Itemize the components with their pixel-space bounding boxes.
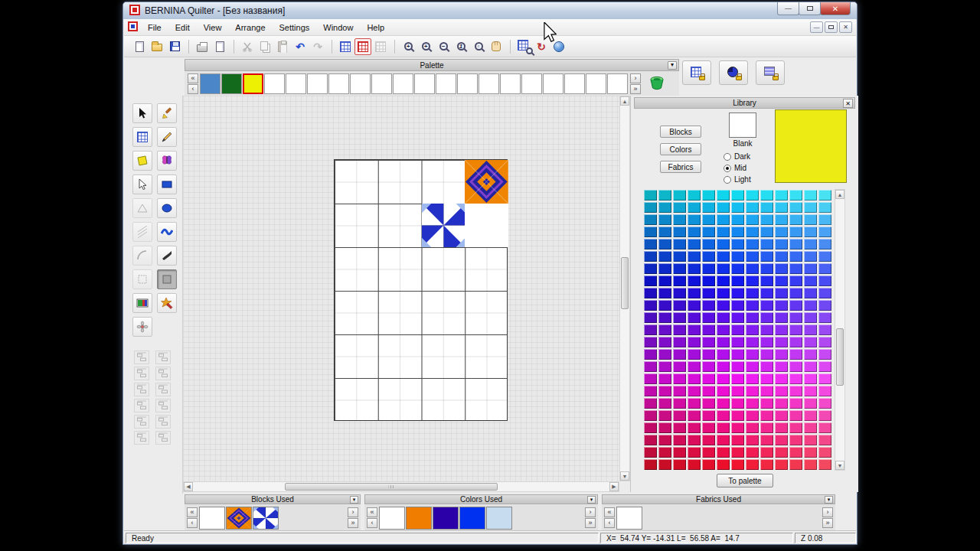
library-color-cell[interactable] [644, 300, 657, 311]
library-color-cell[interactable] [658, 373, 671, 384]
library-header[interactable]: Library ✕ [634, 97, 855, 109]
library-color-cell[interactable] [760, 337, 773, 347]
library-color-cell[interactable] [731, 398, 744, 409]
library-color-cell[interactable] [731, 373, 744, 384]
library-color-cell[interactable] [658, 239, 671, 249]
select-region-tool[interactable] [157, 269, 177, 289]
library-color-cell[interactable] [775, 349, 788, 360]
library-color-cell[interactable] [789, 459, 802, 470]
library-color-cell[interactable] [775, 386, 788, 396]
library-color-cell[interactable] [746, 190, 759, 201]
motif-tool[interactable] [132, 317, 152, 337]
library-color-cell[interactable] [702, 190, 715, 201]
design-canvas[interactable] [183, 96, 619, 481]
blocks-used-scroll-far-right[interactable]: » [348, 518, 358, 528]
menu-file[interactable]: File [141, 21, 168, 34]
library-color-cell[interactable] [717, 263, 730, 274]
canvas-horizontal-scrollbar[interactable]: ◀ ▶ [183, 481, 619, 492]
library-color-cell[interactable] [789, 312, 802, 323]
library-color-cell[interactable] [775, 459, 788, 470]
palette-swatch-empty[interactable] [350, 73, 371, 94]
library-color-cell[interactable] [804, 251, 817, 262]
library-color-cell[interactable] [746, 373, 759, 384]
library-color-cell[interactable] [658, 398, 671, 409]
quilt-grid[interactable] [334, 159, 508, 421]
library-color-cell[interactable] [658, 337, 671, 347]
library-color-cell[interactable] [658, 361, 671, 372]
library-color-cell[interactable] [702, 422, 715, 433]
new-button[interactable] [131, 38, 148, 55]
library-color-cell[interactable] [804, 337, 817, 347]
library-color-cell[interactable] [818, 239, 831, 249]
library-color-cell[interactable] [789, 386, 802, 396]
palette-swatch-empty[interactable] [371, 73, 392, 94]
fabrics-used-scroll-far-left[interactable]: « [604, 507, 615, 517]
library-color-cell[interactable] [775, 251, 788, 262]
library-color-cell[interactable] [731, 251, 744, 262]
library-color-cell[interactable] [746, 214, 759, 225]
used-color-swatch[interactable] [406, 507, 432, 530]
palette-swatch-empty[interactable] [264, 73, 285, 94]
library-color-cell[interactable] [818, 361, 831, 372]
library-color-cell[interactable] [818, 214, 831, 225]
library-color-cell[interactable] [702, 324, 715, 335]
library-color-cell[interactable] [644, 312, 657, 323]
library-color-cell[interactable] [644, 288, 657, 298]
library-color-cell[interactable] [731, 263, 744, 274]
library-color-cell[interactable] [673, 398, 686, 409]
shade-option-mid[interactable]: Mid [724, 164, 746, 172]
scroll-up-arrow[interactable]: ▲ [620, 96, 629, 106]
library-color-cell[interactable] [702, 300, 715, 311]
library-color-cell[interactable] [688, 373, 701, 384]
library-color-cell[interactable] [717, 349, 730, 360]
library-color-cell[interactable] [717, 459, 730, 470]
library-color-cell[interactable] [818, 410, 831, 421]
palette-scroll-right[interactable]: › [630, 73, 641, 83]
to-palette-button[interactable]: To palette [717, 474, 773, 487]
colors-used-scroll-far-right[interactable]: » [585, 518, 596, 528]
zoom-100-button[interactable]: 1 [452, 38, 469, 55]
library-color-cell[interactable] [775, 190, 788, 201]
library-color-cell[interactable] [804, 422, 817, 433]
library-color-cell[interactable] [717, 239, 730, 249]
quilt-layout-button[interactable] [354, 38, 371, 55]
library-color-cell[interactable] [804, 202, 817, 213]
library-color-cell[interactable] [658, 447, 671, 458]
library-color-cell[interactable] [702, 447, 715, 458]
library-color-cell[interactable] [746, 386, 759, 396]
select-tool[interactable] [132, 103, 152, 123]
library-color-cell[interactable] [746, 300, 759, 311]
library-color-cell[interactable] [644, 202, 657, 213]
knife-tool[interactable] [157, 246, 177, 266]
library-color-cell[interactable] [760, 227, 773, 237]
library-color-cell[interactable] [789, 361, 802, 372]
rectangle-tool[interactable] [157, 174, 177, 194]
library-color-cell[interactable] [804, 410, 817, 421]
library-color-cell[interactable] [658, 312, 671, 323]
tab-colors[interactable]: Colors [660, 143, 701, 155]
library-color-cell[interactable] [702, 398, 715, 409]
library-color-cell[interactable] [775, 263, 788, 274]
used-color-swatch[interactable] [486, 507, 512, 530]
library-color-cell[interactable] [731, 337, 744, 347]
library-color-cell[interactable] [760, 447, 773, 458]
library-color-cell[interactable] [658, 214, 671, 225]
library-color-cell[interactable] [717, 300, 730, 311]
menu-help[interactable]: Help [360, 21, 391, 34]
library-color-cell[interactable] [688, 422, 701, 433]
library-color-cell[interactable] [644, 251, 657, 262]
web-button[interactable] [550, 38, 567, 55]
colors-used-scroll-right[interactable]: › [585, 507, 596, 517]
library-color-cell[interactable] [804, 214, 817, 225]
library-color-cell[interactable] [644, 337, 657, 347]
library-color-cell[interactable] [818, 263, 831, 274]
zoom-box-button[interactable]: ▫ [470, 38, 487, 55]
zoom-all-button[interactable] [515, 38, 532, 55]
library-scroll-up-arrow[interactable]: ▲ [835, 190, 844, 199]
fabrics-used-scroll-right[interactable]: › [822, 507, 833, 517]
library-color-cell[interactable] [644, 214, 657, 225]
library-color-cell[interactable] [702, 214, 715, 225]
library-color-cell[interactable] [688, 239, 701, 249]
library-color-cell[interactable] [658, 288, 671, 298]
library-color-cell[interactable] [760, 361, 773, 372]
